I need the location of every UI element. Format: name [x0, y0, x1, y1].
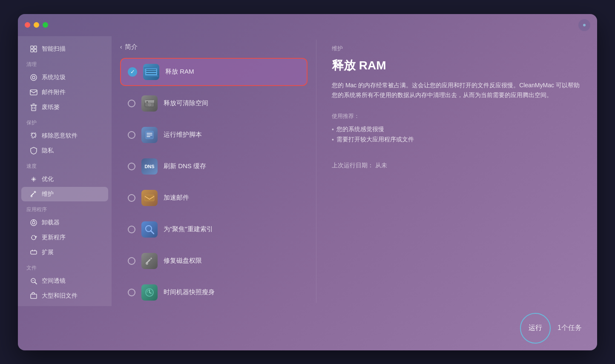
- svg-point-12: [31, 195, 32, 197]
- trash-icon: [30, 103, 37, 111]
- radio-flush-dns: [128, 163, 135, 170]
- maintenance-item-free-ram[interactable]: ✓ 释放 RAM: [120, 58, 308, 86]
- titlebar: [18, 14, 597, 36]
- sidebar-item-trash[interactable]: 废纸篓: [21, 100, 108, 115]
- sidebar-item-optimize[interactable]: 优化: [21, 172, 108, 186]
- middle-panel: ‹ 简介 ✓ 释放 RAM: [112, 36, 316, 306]
- run-button[interactable]: 运行: [520, 313, 551, 344]
- radio-spotlight: [128, 226, 135, 233]
- section-protect-label: 保护: [18, 115, 112, 128]
- sidebar-item-smart-scan[interactable]: 智能扫描: [21, 42, 108, 56]
- maintenance-item-run-scripts[interactable]: 运行维护脚本: [120, 121, 308, 149]
- menu-button[interactable]: [578, 19, 590, 31]
- maintenance-item-time-machine[interactable]: 时间机器快照瘦身: [120, 278, 308, 306]
- sidebar-item-space-lens[interactable]: 空间透镜: [21, 274, 108, 288]
- svg-rect-2: [31, 49, 33, 52]
- last-run-value: 从未: [375, 162, 387, 169]
- section-speed-label: 速度: [18, 158, 112, 172]
- privacy-icon: [30, 147, 37, 155]
- dns-icon: DNS: [141, 158, 158, 175]
- svg-rect-32: [145, 195, 154, 201]
- maintenance-label-flush-dns: 刷新 DNS 缓存: [164, 162, 206, 170]
- section-clean-label: 清理: [18, 57, 112, 70]
- right-panel-description: 您的 Mac 的内存经常被占满。这会让您的应用和打开的文件反应很慢。CleanM…: [332, 80, 582, 101]
- maintenance-label-speed-mail: 加速邮件: [164, 194, 189, 202]
- maintenance-label-run-scripts: 运行维护脚本: [164, 131, 202, 139]
- sidebar-item-extensions[interactable]: 扩展: [21, 245, 108, 260]
- sidebar: 智能扫描 清理 系统垃圾 邮件: [18, 36, 112, 306]
- maximize-button[interactable]: [43, 22, 48, 28]
- last-run: 上次运行日期： 从未: [332, 162, 582, 169]
- minimize-button[interactable]: [34, 22, 39, 28]
- sidebar-item-large-files[interactable]: 大型和旧文件: [21, 289, 108, 303]
- sidebar-item-system-junk[interactable]: 系统垃圾: [21, 70, 108, 85]
- sidebar-item-mail[interactable]: 邮件附件: [21, 85, 108, 100]
- mail-icon-item: [141, 190, 158, 206]
- sidebar-label-uninstaller: 卸载器: [42, 219, 60, 226]
- back-label: 简介: [125, 43, 138, 51]
- sidebar-label-smart-scan: 智能扫描: [42, 45, 66, 53]
- back-nav[interactable]: ‹ 简介: [120, 43, 308, 51]
- svg-line-18: [35, 282, 37, 284]
- recommendation-item-2: 需要打开较大应用程序或文件: [332, 135, 582, 145]
- radio-time-machine: [128, 289, 135, 296]
- system-junk-icon: [30, 74, 37, 81]
- sidebar-item-malware[interactable]: 移除恶意软件: [21, 129, 108, 143]
- svg-rect-7: [32, 105, 36, 111]
- back-chevron-icon: ‹: [120, 43, 122, 50]
- radio-run-scripts: [128, 131, 135, 139]
- sidebar-item-privacy[interactable]: 隐私: [21, 143, 108, 158]
- repair-icon: [141, 253, 158, 269]
- window-actions-right: [578, 19, 590, 31]
- svg-rect-6: [30, 90, 37, 95]
- maintenance-item-spotlight[interactable]: 为"聚焦"重建索引: [120, 215, 308, 244]
- section-apps-label: 应用程序: [18, 202, 112, 215]
- recommendation-label: 使用推荐：: [332, 112, 582, 120]
- svg-rect-16: [31, 251, 37, 254]
- extensions-icon: [30, 249, 37, 256]
- space-lens-icon: [30, 277, 37, 285]
- maintenance-item-flush-dns[interactable]: DNS 刷新 DNS 缓存: [120, 152, 308, 181]
- maintenance-label-repair-disk: 修复磁盘权限: [164, 257, 202, 265]
- maintenance-icon: [30, 190, 37, 198]
- sidebar-label-space-lens: 空间透镜: [42, 277, 66, 285]
- updater-icon: [30, 234, 37, 241]
- maintenance-item-speed-mail[interactable]: 加速邮件: [120, 184, 308, 212]
- sidebar-label-trash: 废纸篓: [42, 103, 60, 111]
- sidebar-item-maintenance[interactable]: 维护: [21, 187, 108, 201]
- maintenance-label-time-machine: 时间机器快照瘦身: [164, 288, 215, 296]
- svg-line-34: [151, 231, 154, 234]
- app-window: 智能扫描 清理 系统垃圾 邮件: [18, 14, 597, 350]
- svg-point-14: [32, 221, 35, 224]
- sidebar-label-malware: 移除恶意软件: [42, 132, 78, 140]
- run-button-label: 运行: [529, 324, 542, 332]
- radio-free-space: [128, 100, 135, 107]
- sidebar-label-privacy: 隐私: [42, 147, 54, 155]
- svg-rect-1: [34, 46, 37, 49]
- sidebar-item-uninstaller[interactable]: 卸载器: [21, 215, 108, 230]
- time-machine-icon: [141, 284, 158, 301]
- uninstaller-icon: [30, 219, 37, 226]
- malware-icon: [30, 132, 37, 140]
- last-run-label: 上次运行日期：: [332, 162, 374, 169]
- recommendation-item-1: 您的系统感觉很慢: [332, 124, 582, 135]
- sidebar-label-maintenance: 维护: [42, 190, 54, 198]
- svg-point-4: [31, 75, 37, 80]
- right-panel-title: 释放 RAM: [332, 57, 582, 74]
- sidebar-label-system-junk: 系统垃圾: [42, 74, 66, 81]
- right-panel: 维护 释放 RAM 您的 Mac 的内存经常被占满。这会让您的应用和打开的文件反…: [316, 36, 597, 306]
- sidebar-label-optimize: 优化: [42, 175, 54, 183]
- svg-rect-0: [31, 46, 33, 49]
- maintenance-item-free-space[interactable]: 释放可清除空间: [120, 89, 308, 118]
- close-button[interactable]: [25, 22, 30, 28]
- radio-repair-disk: [128, 257, 135, 265]
- maintenance-label-free-ram: 释放 RAM: [165, 68, 194, 76]
- maintenance-item-repair-disk[interactable]: 修复磁盘权限: [120, 247, 308, 275]
- sidebar-item-updater[interactable]: 更新程序: [21, 230, 108, 245]
- right-section-label: 维护: [332, 45, 582, 52]
- sidebar-label-mail: 邮件附件: [42, 89, 66, 96]
- selected-checkmark-icon: ✓: [128, 67, 137, 77]
- dns-text: DNS: [144, 164, 154, 169]
- radio-speed-mail: [128, 194, 135, 202]
- sidebar-label-extensions: 扩展: [42, 249, 54, 256]
